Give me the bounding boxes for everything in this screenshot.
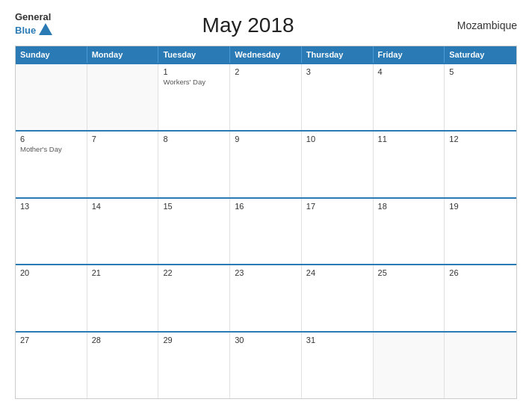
cell-day-number: 2 (235, 67, 297, 76)
calendar-week-2: 6Mother's Day789101112 (16, 130, 516, 197)
cell-day-number: 6 (20, 135, 82, 143)
calendar-cell-w4-d1: 20 (16, 265, 87, 331)
cell-day-number: 30 (235, 336, 297, 344)
cell-day-number: 19 (449, 202, 512, 211)
calendar-cell-w4-d5: 24 (302, 265, 374, 331)
cell-day-number: 24 (306, 268, 368, 277)
cell-day-number: 10 (306, 135, 368, 143)
cell-day-number: 11 (378, 135, 440, 143)
cell-day-number: 4 (378, 67, 440, 76)
calendar-week-1: 1Workers' Day2345 (16, 63, 516, 130)
logo-icon (37, 22, 54, 38)
svg-marker-0 (39, 23, 52, 35)
country-name: Mozambique (442, 19, 517, 31)
calendar-cell-w4-d3: 22 (158, 265, 230, 331)
cell-day-number: 9 (235, 135, 297, 143)
calendar-cell-w3-d5: 17 (302, 199, 374, 265)
calendar-body: 1Workers' Day23456Mother's Day7891011121… (16, 63, 516, 398)
cell-day-number: 13 (20, 202, 82, 211)
cell-day-number: 25 (378, 268, 440, 277)
calendar-cell-w2-d2: 7 (87, 132, 159, 197)
cell-event-label: Workers' Day (163, 78, 225, 86)
calendar-header: Sunday Monday Tuesday Wednesday Thursday… (16, 46, 516, 63)
calendar-cell-w2-d1: 6Mother's Day (16, 132, 87, 197)
calendar-week-3: 13141516171819 (16, 197, 516, 265)
cell-day-number: 20 (20, 268, 82, 277)
cell-event-label: Mother's Day (20, 145, 82, 153)
cell-day-number: 12 (449, 135, 512, 143)
logo-blue-text: Blue (15, 25, 36, 35)
calendar-cell-w1-d5: 3 (302, 64, 374, 130)
cell-day-number: 5 (449, 67, 512, 76)
header: General Blue May 2018 Mozambique (15, 12, 517, 38)
calendar-week-4: 20212223242526 (16, 264, 516, 331)
calendar-cell-w2-d7: 12 (445, 132, 516, 197)
cell-day-number: 22 (163, 268, 225, 277)
calendar-cell-w5-d1: 27 (16, 333, 87, 398)
cell-day-number: 1 (163, 67, 225, 76)
cell-day-number: 3 (306, 67, 368, 76)
calendar-cell-w3-d1: 13 (16, 199, 87, 265)
calendar-week-5: 2728293031 (16, 331, 516, 398)
calendar-cell-w5-d3: 29 (158, 333, 230, 398)
weekday-saturday: Saturday (445, 46, 516, 63)
cell-day-number: 31 (306, 336, 368, 344)
weekday-sunday: Sunday (16, 46, 87, 63)
weekday-wednesday: Wednesday (230, 46, 302, 63)
calendar-cell-w5-d2: 28 (87, 333, 159, 398)
calendar-cell-w2-d3: 8 (158, 132, 230, 197)
cell-day-number: 29 (163, 336, 225, 344)
calendar-cell-w1-d7: 5 (445, 64, 516, 130)
calendar-title: May 2018 (54, 13, 442, 37)
calendar-cell-w1-d2 (87, 64, 159, 130)
calendar-cell-w4-d4: 23 (230, 265, 302, 331)
calendar-cell-w2-d6: 11 (374, 132, 445, 197)
calendar-cell-w1-d1 (16, 64, 87, 130)
calendar-cell-w1-d4: 2 (230, 64, 302, 130)
calendar-cell-w4-d2: 21 (87, 265, 159, 331)
cell-day-number: 14 (92, 202, 154, 211)
cell-day-number: 18 (378, 202, 440, 211)
calendar-cell-w1-d6: 4 (374, 64, 445, 130)
calendar-cell-w3-d6: 18 (374, 199, 445, 265)
calendar-cell-w3-d7: 19 (445, 199, 516, 265)
weekday-monday: Monday (87, 46, 159, 63)
cell-day-number: 27 (20, 336, 82, 344)
cell-day-number: 15 (163, 202, 225, 211)
cell-day-number: 21 (92, 268, 154, 277)
calendar-cell-w5-d7 (445, 333, 516, 398)
calendar: Sunday Monday Tuesday Wednesday Thursday… (15, 46, 517, 399)
calendar-cell-w5-d6 (374, 333, 445, 398)
cell-day-number: 23 (235, 268, 297, 277)
calendar-cell-w5-d4: 30 (230, 333, 302, 398)
weekday-friday: Friday (374, 46, 445, 63)
weekday-tuesday: Tuesday (158, 46, 230, 63)
calendar-cell-w1-d3: 1Workers' Day (158, 64, 230, 130)
calendar-cell-w2-d4: 9 (230, 132, 302, 197)
logo: General Blue (15, 12, 54, 38)
calendar-cell-w3-d2: 14 (87, 199, 159, 265)
cell-day-number: 28 (92, 336, 154, 344)
calendar-cell-w3-d4: 16 (230, 199, 302, 265)
calendar-cell-w5-d5: 31 (302, 333, 374, 398)
weekday-thursday: Thursday (302, 46, 374, 63)
logo-general-text: General (15, 12, 54, 22)
cell-day-number: 16 (235, 202, 297, 211)
cell-day-number: 7 (92, 135, 154, 143)
cell-day-number: 26 (449, 268, 512, 277)
cell-day-number: 8 (163, 135, 225, 143)
page: General Blue May 2018 Mozambique Sunday … (0, 0, 532, 411)
calendar-cell-w2-d5: 10 (302, 132, 374, 197)
calendar-cell-w4-d6: 25 (374, 265, 445, 331)
calendar-cell-w3-d3: 15 (158, 199, 230, 265)
cell-day-number: 17 (306, 202, 368, 211)
calendar-cell-w4-d7: 26 (445, 265, 516, 331)
